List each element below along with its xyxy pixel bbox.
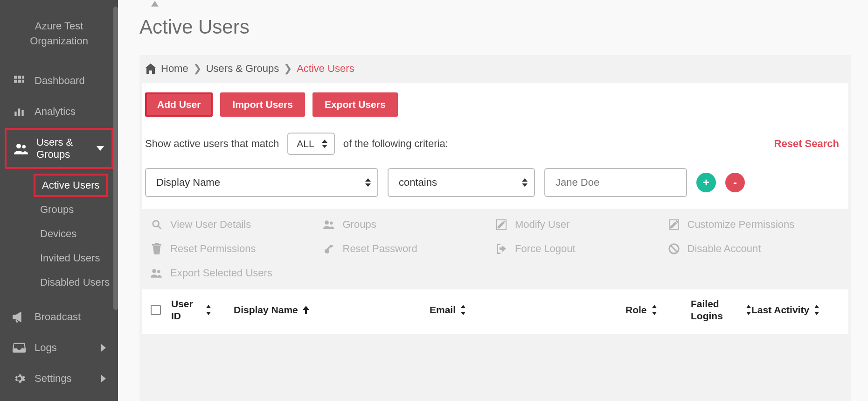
inbox-icon [12, 343, 26, 353]
svg-rect-5 [22, 80, 24, 83]
action-customize-permissions[interactable]: Customize Permissions [668, 218, 840, 231]
svg-line-12 [158, 226, 161, 229]
caret-down-icon [97, 146, 104, 151]
sort-caret-icon [365, 178, 371, 187]
sidebar-subitems: Active Users Groups Devices Invited User… [0, 170, 118, 302]
svg-point-9 [16, 144, 21, 148]
sort-icon [206, 305, 211, 315]
sidebar-item-settings[interactable]: Settings [0, 363, 118, 394]
sidebar-item-label: Broadcast [35, 311, 81, 323]
svg-point-14 [330, 222, 333, 225]
home-icon[interactable] [145, 63, 156, 74]
content-card: Home ❯ Users & Groups ❯ Active Users Add… [139, 55, 851, 401]
grid-icon [12, 75, 26, 87]
col-email[interactable]: Email [430, 304, 625, 316]
action-label: Disable Account [687, 243, 761, 255]
sidebar-item-analytics[interactable]: Analytics [0, 96, 118, 127]
sidebar-collapse-toggle[interactable] [151, 1, 159, 7]
crumb-home[interactable]: Home [161, 63, 188, 75]
col-label: Display Name [234, 304, 298, 316]
svg-point-23 [157, 270, 160, 274]
sidebar-subitem-active-users[interactable]: Active Users [34, 174, 108, 197]
col-label: Failed Logins [691, 298, 741, 323]
edit-icon [668, 219, 680, 230]
action-label: Reset Password [343, 243, 417, 255]
sidebar-item-users-groups[interactable]: Users & Groups [5, 128, 113, 169]
svg-rect-6 [14, 112, 16, 116]
select-all-checkbox[interactable] [151, 305, 161, 315]
svg-rect-2 [22, 76, 24, 79]
action-label: View User Details [170, 218, 251, 231]
filter-suffix: of the following criteria: [343, 138, 448, 150]
col-label: Role [625, 304, 647, 316]
svg-rect-0 [14, 76, 17, 79]
filter-prefix: Show active users that match [145, 138, 279, 150]
sidebar-subitem-devices[interactable]: Devices [34, 222, 83, 246]
svg-rect-7 [18, 108, 20, 116]
sidebar-item-dashboard[interactable]: Dashboard [0, 65, 118, 96]
sort-caret-icon [322, 140, 327, 148]
col-last-activity[interactable]: Last Activity [751, 304, 840, 316]
svg-rect-3 [14, 80, 17, 83]
table-header: User ID Display Name Email Role Failed L… [142, 289, 848, 334]
action-force-logout[interactable]: Force Logout [495, 243, 668, 255]
chevron-right-icon [101, 344, 106, 352]
match-mode-select[interactable]: ALL [287, 133, 334, 155]
reset-search-link[interactable]: Reset Search [774, 138, 846, 150]
action-reset-password[interactable]: Reset Password [323, 243, 496, 255]
col-label: Last Activity [751, 304, 809, 316]
sidebar-item-logs[interactable]: Logs [0, 332, 118, 363]
sidebar-subitem-invited-users[interactable]: Invited Users [34, 246, 106, 270]
action-view-user-details[interactable]: View User Details [151, 218, 323, 231]
add-criteria-button[interactable]: + [696, 173, 716, 192]
criteria-op-select[interactable]: contains [388, 168, 535, 197]
crumb-mid[interactable]: Users & Groups [206, 63, 279, 75]
breadcrumb-sep: ❯ [193, 63, 201, 75]
sidebar-item-label: Logs [35, 342, 57, 354]
bar-chart-icon [12, 106, 26, 118]
sidebar-subitem-groups[interactable]: Groups [34, 198, 80, 221]
col-display-name[interactable]: Display Name [234, 304, 430, 316]
action-reset-permissions[interactable]: Reset Permissions [151, 243, 323, 255]
action-export-selected-users[interactable]: Export Selected Users [151, 267, 840, 279]
col-user-id[interactable]: User ID [171, 298, 211, 323]
criteria-field-value: Display Name [156, 176, 220, 188]
action-label: Customize Permissions [687, 218, 795, 231]
filter-row: Show active users that match ALL of the … [142, 130, 848, 168]
sort-icon [460, 305, 466, 315]
logout-icon [495, 244, 507, 254]
criteria-field-select[interactable]: Display Name [145, 168, 378, 197]
search-icon [151, 219, 163, 230]
export-users-button[interactable]: Export Users [312, 92, 398, 117]
sort-caret-icon [522, 178, 528, 187]
sidebar-item-broadcast[interactable]: Broadcast [0, 302, 118, 332]
button-row: Add User Import Users Export Users [142, 92, 848, 130]
criteria-value-input[interactable] [544, 168, 687, 197]
svg-rect-1 [18, 76, 21, 79]
page-title: Active Users [139, 16, 851, 38]
gear-icon [12, 373, 26, 385]
sort-icon [746, 305, 751, 315]
col-label: User ID [171, 298, 201, 323]
breadcrumb: Home ❯ Users & Groups ❯ Active Users [139, 55, 851, 83]
sort-asc-icon [303, 306, 309, 314]
sidebar-scrollbar[interactable] [113, 7, 118, 310]
users-icon [14, 142, 28, 155]
col-role[interactable]: Role [625, 304, 691, 316]
remove-criteria-button[interactable]: - [725, 173, 745, 192]
sidebar-subitem-disabled-users[interactable]: Disabled Users [34, 271, 116, 294]
criteria-row: Display Name contains + - [142, 168, 848, 209]
breadcrumb-sep: ❯ [284, 63, 292, 75]
card-footer-strip [139, 399, 851, 401]
action-modify-user[interactable]: Modify User [495, 218, 668, 231]
col-failed-logins[interactable]: Failed Logins [691, 298, 751, 323]
action-disable-account[interactable]: Disable Account [668, 243, 840, 255]
sidebar-item-label: Users & Groups [36, 136, 88, 161]
sidebar: Azure Test Organization Dashboard Analyt… [0, 0, 118, 401]
sidebar-item-label: Settings [35, 373, 72, 385]
add-user-button[interactable]: Add User [145, 92, 213, 117]
action-label: Reset Permissions [170, 243, 256, 255]
import-users-button[interactable]: Import Users [220, 92, 305, 117]
action-label: Export Selected Users [170, 267, 272, 279]
action-groups[interactable]: Groups [323, 218, 496, 231]
